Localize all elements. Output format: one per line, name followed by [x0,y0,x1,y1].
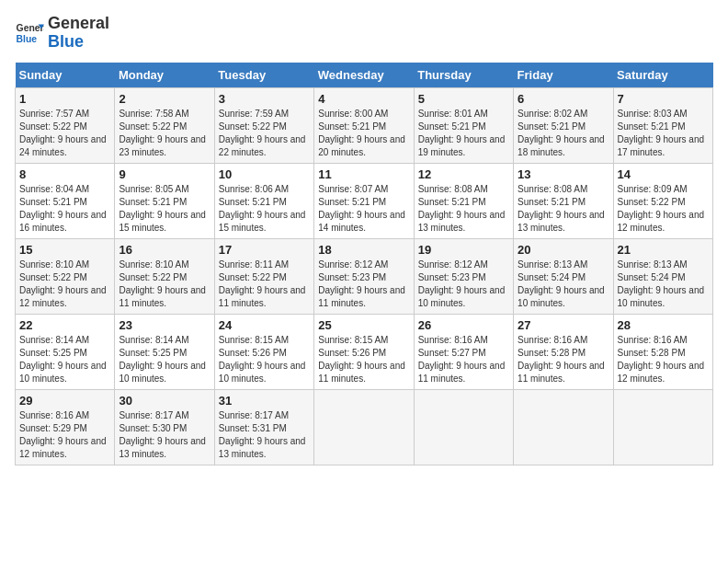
day-detail: Sunrise: 8:03 AMSunset: 5:21 PMDaylight:… [618,108,709,159]
day-cell: 10Sunrise: 8:06 AMSunset: 5:21 PMDayligh… [214,163,313,238]
day-cell: 18Sunrise: 8:12 AMSunset: 5:23 PMDayligh… [314,238,414,314]
day-number: 4 [318,92,409,106]
day-detail: Sunrise: 8:06 AMSunset: 5:21 PMDaylight:… [219,183,310,235]
day-number: 15 [19,243,110,257]
day-cell: 25Sunrise: 8:15 AMSunset: 5:26 PMDayligh… [314,314,414,389]
day-detail: Sunrise: 8:12 AMSunset: 5:23 PMDaylight:… [318,259,409,310]
day-number: 10 [219,167,310,181]
day-cell: 24Sunrise: 8:15 AMSunset: 5:26 PMDayligh… [214,314,313,389]
day-cell: 19Sunrise: 8:12 AMSunset: 5:23 PMDayligh… [414,238,513,314]
day-cell: 11Sunrise: 8:07 AMSunset: 5:21 PMDayligh… [314,163,414,238]
day-number: 8 [19,167,110,181]
day-cell: 1Sunrise: 7:57 AMSunset: 5:22 PMDaylight… [16,87,115,163]
day-number: 24 [219,318,310,332]
day-cell: 21Sunrise: 8:13 AMSunset: 5:24 PMDayligh… [613,238,712,314]
day-detail: Sunrise: 8:10 AMSunset: 5:22 PMDaylight:… [19,259,110,310]
day-detail: Sunrise: 8:16 AMSunset: 5:28 PMDaylight:… [618,334,709,385]
day-number: 26 [418,318,509,332]
day-cell: 12Sunrise: 8:08 AMSunset: 5:21 PMDayligh… [414,163,513,238]
day-cell: 5Sunrise: 8:01 AMSunset: 5:21 PMDaylight… [414,87,513,163]
day-number: 30 [119,394,210,408]
day-number: 13 [518,167,609,181]
weekday-header-wednesday: Wednesday [314,63,414,88]
day-detail: Sunrise: 8:04 AMSunset: 5:21 PMDaylight:… [19,183,110,235]
day-number: 7 [618,92,709,106]
day-detail: Sunrise: 8:13 AMSunset: 5:24 PMDaylight:… [618,259,709,310]
day-cell: 27Sunrise: 8:16 AMSunset: 5:28 PMDayligh… [514,314,613,389]
day-cell: 2Sunrise: 7:58 AMSunset: 5:22 PMDaylight… [115,87,214,163]
day-detail: Sunrise: 8:11 AMSunset: 5:22 PMDaylight:… [219,259,310,310]
day-number: 16 [119,243,210,257]
day-cell: 31Sunrise: 8:17 AMSunset: 5:31 PMDayligh… [214,389,313,465]
day-number: 31 [219,394,310,408]
day-cell: 30Sunrise: 8:17 AMSunset: 5:30 PMDayligh… [115,389,214,465]
weekday-header-friday: Friday [514,63,613,88]
day-cell: 7Sunrise: 8:03 AMSunset: 5:21 PMDaylight… [613,87,712,163]
day-cell: 29Sunrise: 8:16 AMSunset: 5:29 PMDayligh… [16,389,115,465]
day-cell: 17Sunrise: 8:11 AMSunset: 5:22 PMDayligh… [214,238,313,314]
day-number: 20 [518,243,609,257]
day-number: 25 [318,318,409,332]
day-number: 28 [618,318,709,332]
day-number: 17 [219,243,310,257]
day-cell: 20Sunrise: 8:13 AMSunset: 5:24 PMDayligh… [514,238,613,314]
day-detail: Sunrise: 8:14 AMSunset: 5:25 PMDaylight:… [119,334,210,385]
weekday-header-saturday: Saturday [613,63,712,88]
day-number: 2 [119,92,210,106]
day-cell: 22Sunrise: 8:14 AMSunset: 5:25 PMDayligh… [16,314,115,389]
day-detail: Sunrise: 8:16 AMSunset: 5:28 PMDaylight:… [518,334,609,385]
week-row-5: 29Sunrise: 8:16 AMSunset: 5:29 PMDayligh… [16,389,713,465]
day-detail: Sunrise: 8:13 AMSunset: 5:24 PMDaylight:… [518,259,609,310]
day-detail: Sunrise: 8:00 AMSunset: 5:21 PMDaylight:… [318,108,409,159]
day-cell: 16Sunrise: 8:10 AMSunset: 5:22 PMDayligh… [115,238,214,314]
day-number: 22 [19,318,110,332]
weekday-header-sunday: Sunday [16,63,115,88]
logo: General Blue General Blue [15,15,109,52]
day-detail: Sunrise: 8:15 AMSunset: 5:26 PMDaylight:… [318,334,409,385]
day-cell: 13Sunrise: 8:08 AMSunset: 5:21 PMDayligh… [514,163,613,238]
day-cell [414,389,513,465]
day-detail: Sunrise: 7:58 AMSunset: 5:22 PMDaylight:… [119,108,210,159]
day-cell: 28Sunrise: 8:16 AMSunset: 5:28 PMDayligh… [613,314,712,389]
day-detail: Sunrise: 8:02 AMSunset: 5:21 PMDaylight:… [518,108,609,159]
day-cell: 23Sunrise: 8:14 AMSunset: 5:25 PMDayligh… [115,314,214,389]
header: General Blue General Blue [15,15,713,52]
day-detail: Sunrise: 8:07 AMSunset: 5:21 PMDaylight:… [318,183,409,235]
weekday-header-monday: Monday [115,63,214,88]
day-cell: 3Sunrise: 7:59 AMSunset: 5:22 PMDaylight… [214,87,313,163]
weekday-header-tuesday: Tuesday [214,63,313,88]
day-detail: Sunrise: 8:10 AMSunset: 5:22 PMDaylight:… [119,259,210,310]
week-row-4: 22Sunrise: 8:14 AMSunset: 5:25 PMDayligh… [16,314,713,389]
day-cell: 4Sunrise: 8:00 AMSunset: 5:21 PMDaylight… [314,87,414,163]
day-number: 23 [119,318,210,332]
day-detail: Sunrise: 8:05 AMSunset: 5:21 PMDaylight:… [119,183,210,235]
week-row-2: 8Sunrise: 8:04 AMSunset: 5:21 PMDaylight… [16,163,713,238]
day-number: 3 [219,92,310,106]
day-number: 9 [119,167,210,181]
day-number: 11 [318,167,409,181]
week-row-3: 15Sunrise: 8:10 AMSunset: 5:22 PMDayligh… [16,238,713,314]
day-detail: Sunrise: 8:15 AMSunset: 5:26 PMDaylight:… [219,334,310,385]
day-detail: Sunrise: 7:59 AMSunset: 5:22 PMDaylight:… [219,108,310,159]
day-detail: Sunrise: 7:57 AMSunset: 5:22 PMDaylight:… [19,108,110,159]
day-detail: Sunrise: 8:08 AMSunset: 5:21 PMDaylight:… [518,183,609,235]
weekday-header-row: SundayMondayTuesdayWednesdayThursdayFrid… [16,63,713,88]
day-cell: 26Sunrise: 8:16 AMSunset: 5:27 PMDayligh… [414,314,513,389]
day-detail: Sunrise: 8:16 AMSunset: 5:29 PMDaylight:… [19,409,110,461]
day-detail: Sunrise: 8:12 AMSunset: 5:23 PMDaylight:… [418,259,509,310]
day-cell: 15Sunrise: 8:10 AMSunset: 5:22 PMDayligh… [16,238,115,314]
day-number: 21 [618,243,709,257]
week-row-1: 1Sunrise: 7:57 AMSunset: 5:22 PMDaylight… [16,87,713,163]
day-cell [314,389,414,465]
day-cell: 6Sunrise: 8:02 AMSunset: 5:21 PMDaylight… [514,87,613,163]
day-detail: Sunrise: 8:08 AMSunset: 5:21 PMDaylight:… [418,183,509,235]
day-number: 1 [19,92,110,106]
svg-text:Blue: Blue [17,33,38,43]
day-detail: Sunrise: 8:01 AMSunset: 5:21 PMDaylight:… [418,108,509,159]
day-detail: Sunrise: 8:14 AMSunset: 5:25 PMDaylight:… [19,334,110,385]
day-cell: 8Sunrise: 8:04 AMSunset: 5:21 PMDaylight… [16,163,115,238]
day-cell: 9Sunrise: 8:05 AMSunset: 5:21 PMDaylight… [115,163,214,238]
day-number: 5 [418,92,509,106]
day-number: 18 [318,243,409,257]
day-number: 19 [418,243,509,257]
